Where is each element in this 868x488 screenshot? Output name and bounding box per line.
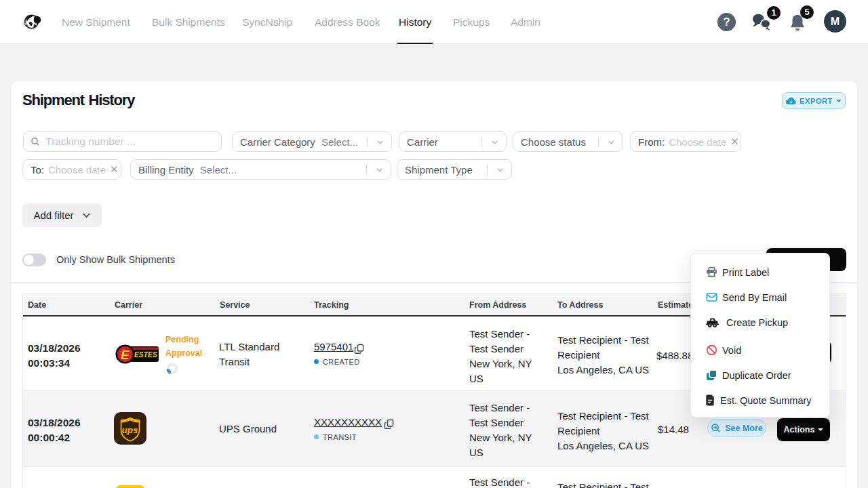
svg-text:ups: ups [121,425,138,435]
svg-text:E: E [121,348,130,362]
svg-text:ESTES: ESTES [134,351,157,359]
